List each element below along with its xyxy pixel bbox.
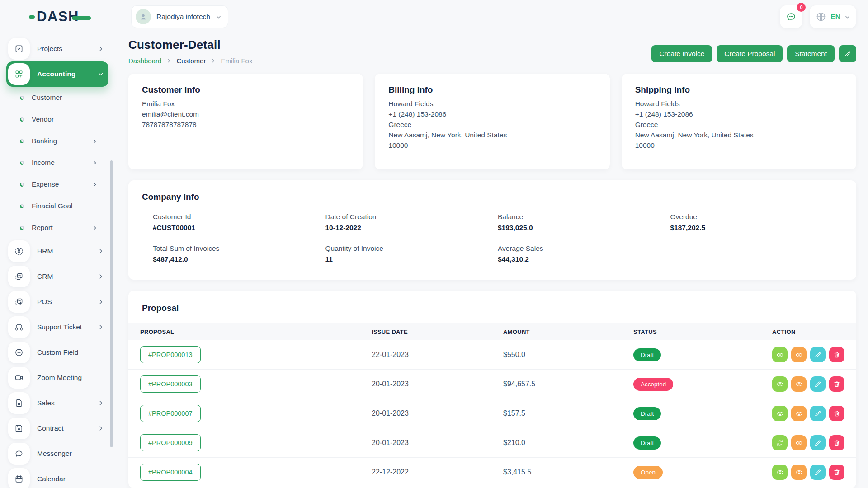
delete-button[interactable] — [829, 435, 844, 450]
sidebar-item-projects[interactable]: Projects — [6, 36, 108, 61]
sidebar-item-label: Calendar — [37, 475, 104, 483]
delete-button[interactable] — [829, 406, 844, 421]
sidebar-scrollbar[interactable] — [110, 160, 113, 447]
convert-button[interactable] — [772, 435, 788, 450]
company-field: Customer Id #CUST00001 — [153, 213, 326, 232]
preview-button[interactable] — [791, 406, 807, 421]
language-selector[interactable]: EN — [810, 5, 856, 28]
preview-button[interactable] — [791, 435, 807, 450]
pencil-icon — [814, 469, 821, 476]
shipping-address: New Aasamj, New York, United States — [635, 131, 843, 139]
chevron-down-icon — [216, 14, 222, 20]
preview-button[interactable] — [791, 347, 807, 362]
preview-button[interactable] — [791, 465, 807, 480]
check-square-icon — [8, 38, 30, 60]
sidebar-item-pos[interactable]: POS — [6, 289, 108, 314]
messages-button[interactable]: 0 — [780, 5, 802, 28]
column-header: AMOUNT — [503, 328, 633, 335]
status-badge: Draft — [633, 436, 661, 450]
statement-button[interactable]: Statement — [787, 45, 835, 62]
proposal-link[interactable]: #PROP000004 — [140, 464, 201, 481]
sidebar-item-crm[interactable]: CRM — [6, 264, 108, 289]
sidebar-subitem-label: Report — [32, 224, 92, 232]
issue-date: 20-01-2023 — [372, 380, 503, 388]
pencil-icon — [844, 50, 851, 57]
issue-date: 22-01-2023 — [372, 351, 503, 359]
breadcrumb-customer[interactable]: Customer — [176, 57, 206, 65]
edit-button[interactable] — [810, 406, 826, 421]
eye-icon — [795, 351, 803, 359]
sidebar-item-expense[interactable]: Expense — [6, 174, 108, 195]
delete-button[interactable] — [829, 347, 844, 362]
chevron-right-icon — [92, 138, 98, 144]
company-info-card: Company Info Customer Id #CUST00001 Date… — [128, 180, 856, 280]
sidebar-item-accounting[interactable]: Accounting — [6, 61, 108, 87]
pencil-icon — [814, 439, 821, 446]
pencil-icon — [814, 410, 821, 417]
breadcrumb-dashboard[interactable]: Dashboard — [128, 57, 161, 65]
eye-icon — [795, 410, 803, 418]
sidebar-subitem-label: Expense — [32, 180, 92, 188]
sidebar-item-label: Accounting — [37, 70, 98, 78]
sidebar-item-report[interactable]: Report — [6, 217, 108, 239]
brand-logo[interactable]: DASH — [0, 0, 113, 33]
calendar-icon — [8, 468, 30, 488]
sidebar-item-vendor[interactable]: Vendor — [6, 108, 108, 130]
sidebar-item-support-ticket[interactable]: Support Ticket — [6, 314, 108, 340]
sidebar-item-sales[interactable]: Sales — [6, 390, 108, 416]
sidebar-item-contract[interactable]: Contract — [6, 416, 108, 441]
view-button[interactable] — [772, 376, 788, 392]
view-button[interactable] — [772, 465, 788, 480]
breadcrumb: Dashboard Customer Emilia Fox — [128, 57, 252, 65]
copy-squares-icon — [8, 291, 30, 313]
proposal-link[interactable]: #PROP000009 — [140, 434, 201, 451]
company-field: Total Sum of Invoices $487,412.0 — [153, 244, 326, 263]
delete-button[interactable] — [829, 465, 844, 480]
trash-icon — [833, 439, 840, 446]
sidebar-item-hrm[interactable]: HRM — [6, 239, 108, 264]
column-header: PROPOSAL — [140, 328, 372, 335]
edit-button[interactable] — [810, 347, 826, 362]
create-invoice-button[interactable]: Create Invoice — [651, 45, 712, 62]
chat-bubble-icon — [8, 443, 30, 465]
topbar: Rajodiya infotech 0 EN — [128, 0, 856, 33]
sidebar-item-financial-goal[interactable]: Finacial Goal — [6, 195, 108, 217]
issue-date: 20-01-2023 — [372, 439, 503, 447]
view-button[interactable] — [772, 347, 788, 362]
status-badge: Draft — [633, 407, 661, 420]
sidebar-item-banking[interactable]: Banking — [6, 130, 108, 152]
sidebar-item-messenger[interactable]: Messenger — [6, 441, 108, 466]
sidebar-item-zoom-meeting[interactable]: Zoom Meeting — [6, 365, 108, 390]
view-button[interactable] — [772, 406, 788, 421]
edit-button[interactable] — [810, 435, 826, 450]
sidebar-item-custom-field[interactable]: Custom Field — [6, 340, 108, 365]
messages-badge: 0 — [797, 3, 806, 12]
proposal-link[interactable]: #PROP000013 — [140, 346, 201, 363]
chevron-right-icon — [98, 248, 104, 254]
edit-customer-button[interactable] — [839, 45, 856, 62]
billing-phone: +1 (248) 153-2086 — [388, 110, 596, 118]
bullet-icon — [20, 117, 24, 122]
document-icon — [8, 392, 30, 414]
preview-button[interactable] — [791, 376, 807, 392]
billing-address: New Aasamj, New York, United States — [388, 131, 596, 139]
sidebar-subitem-label: Income — [32, 159, 92, 167]
delete-button[interactable] — [829, 376, 844, 392]
topbar-actions: 0 EN — [780, 5, 856, 28]
sidebar-item-customer[interactable]: Customer — [6, 87, 108, 108]
copy-squares-icon — [8, 266, 30, 287]
proposal-link[interactable]: #PROP000007 — [140, 405, 201, 422]
edit-button[interactable] — [810, 465, 826, 480]
eye-icon — [776, 351, 784, 359]
sidebar-item-income[interactable]: Income — [6, 152, 108, 174]
workspace-selector[interactable]: Rajodiya infotech — [131, 5, 228, 28]
pencil-icon — [814, 380, 821, 388]
proposal-link[interactable]: #PROP000003 — [140, 375, 201, 393]
table-row: #PROP000009 20-01-2023 $210.0 Draft — [128, 428, 856, 458]
sidebar-item-calendar[interactable]: Calendar — [6, 466, 108, 488]
create-proposal-button[interactable]: Create Proposal — [717, 45, 783, 62]
grid-plus-icon — [8, 63, 30, 85]
edit-button[interactable] — [810, 376, 826, 392]
customer-email: emilia@client.com — [142, 110, 349, 118]
issue-date: 20-01-2023 — [372, 409, 503, 418]
